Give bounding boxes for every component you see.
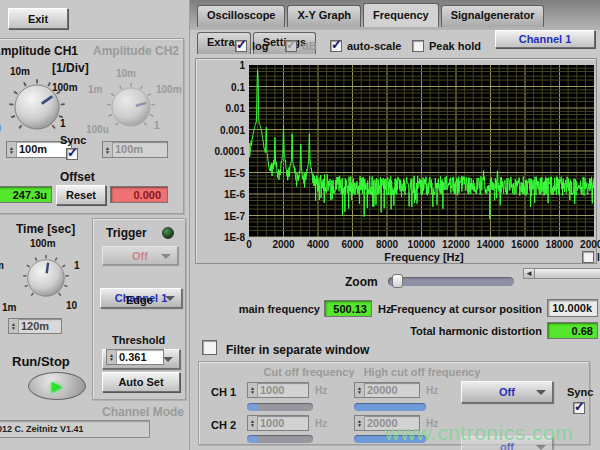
ch2-low-cutoff-slider[interactable]	[247, 435, 313, 443]
amplitude-ch2-value-spinner[interactable]: ▲▼ 100m	[102, 141, 168, 158]
frequency-graph: 10.10.010.0010.00011E-51E-61E-71E-8 0200…	[195, 58, 597, 264]
y-tick-label: 1	[196, 60, 245, 71]
spinner-arrows-icon: ▲▼	[355, 383, 365, 397]
threshold-spinner[interactable]: ▲▼ 0.361	[106, 349, 164, 365]
amplitude-ch1-title: Amplitude CH1	[0, 44, 78, 58]
filter-window-checkbox[interactable]	[202, 340, 217, 355]
db-checkbox[interactable]: ✓	[285, 40, 297, 52]
offset-ch2-display: 0.000	[110, 186, 168, 203]
spinner-arrows-icon: ▲▼	[248, 383, 258, 397]
run-indicator-icon: ▶	[52, 378, 63, 394]
time-knob[interactable]	[22, 254, 70, 302]
zoom-label: Zoom	[345, 275, 378, 289]
x-axis-title: Frequency [Hz]	[364, 251, 484, 263]
y-tick-label: 0.0001	[196, 146, 245, 157]
amplitude-ch2-knob[interactable]	[106, 82, 156, 132]
dropdown-arrow-icon	[536, 445, 546, 450]
x-tick-label: 20000	[570, 239, 600, 250]
y-tick-label: 1E-7	[196, 211, 245, 222]
threshold-label: Threshold	[112, 334, 165, 346]
y-tick-label: 0.001	[196, 125, 245, 136]
cursor-frequency-label: Frequency at cursor position	[390, 303, 542, 315]
auto-set-button[interactable]: Auto Set	[102, 372, 180, 392]
amplitude-ch2-title: Amplitude CH2	[93, 44, 179, 58]
y-tick-label: 0.01	[196, 103, 245, 114]
ch1-scale-100u: 100u	[0, 122, 1, 133]
ch1-scale-10m: 10m	[10, 66, 30, 77]
time-scale-10: 10	[66, 300, 77, 311]
spinner-arrows-icon: ▲▼	[248, 416, 258, 430]
y-tick-label: 0.1	[196, 82, 245, 93]
time-scale-1: 1	[74, 260, 80, 271]
ch2-low-cutoff-spinner[interactable]: ▲▼ 1000	[247, 415, 309, 431]
edge-label: Edge	[126, 294, 153, 306]
version-box: 012 C. Zeitnitz V1.41	[0, 420, 150, 438]
tab-frequency[interactable]: Frequency	[363, 3, 439, 27]
filter-window-label: Filter in separate window	[226, 343, 369, 357]
ch2-scale-1m: 1m	[88, 84, 102, 95]
filter-ch1-label: CH 1	[211, 386, 236, 398]
trigger-led	[162, 227, 174, 239]
spinner-arrows-icon[interactable]: ▲▼	[7, 142, 17, 157]
dropdown-arrow-icon	[536, 390, 546, 395]
autoscale-label: auto-scale	[347, 40, 401, 52]
time-scale-10m: 10m	[0, 260, 4, 271]
run-stop-button[interactable]: ▶	[28, 372, 86, 400]
thd-display: 0.68	[547, 322, 598, 339]
hz-unit: Hz	[315, 385, 327, 396]
tab-x-y-graph[interactable]: X-Y Graph	[287, 5, 361, 27]
y-tick-label: 1E-5	[196, 168, 245, 179]
ch1-scale-1: 1	[60, 118, 66, 129]
ch1-low-cutoff-slider[interactable]	[247, 403, 313, 411]
hz-unit: Hz	[426, 385, 438, 396]
exit-button[interactable]: Exit	[8, 8, 68, 29]
peakhold-checkbox[interactable]	[412, 40, 424, 52]
sync-checkbox[interactable]: ✓	[66, 148, 78, 160]
hz-unit: Hz	[315, 418, 327, 429]
dropdown-arrow-icon	[163, 357, 173, 362]
ch1-high-cutoff-spinner[interactable]: ▲▼ 20000	[354, 382, 420, 398]
spinner-arrows-icon: ▲▼	[103, 142, 113, 157]
cursor-frequency-display: 10.000k	[547, 299, 598, 317]
log-checkbox[interactable]: ✓	[235, 40, 247, 52]
ch1-low-cutoff-spinner[interactable]: ▲▼ 1000	[247, 382, 309, 398]
time-scale-1m: 1m	[2, 302, 16, 313]
ch1-filter-mode-dropdown[interactable]: Off	[461, 381, 553, 403]
run-stop-label: Run/Stop	[12, 354, 70, 369]
time-scale-100m: 100m	[30, 238, 56, 249]
tab-oscilloscope[interactable]: Oscilloscope	[197, 5, 285, 27]
low-cutoff-header: Cut off frequency	[249, 366, 369, 378]
ch2-scale-100m: 100m	[156, 84, 182, 95]
high-cutoff-header: High cut off frequency	[357, 366, 487, 378]
trigger-title: Trigger	[106, 226, 147, 240]
filter-sync-checkbox[interactable]: ✓	[573, 402, 585, 414]
amplitude-div-label: [1/Div]	[52, 61, 89, 75]
autoscale-checkbox[interactable]: ✓	[330, 40, 342, 52]
time-value-spinner[interactable]: ▲▼ 120m	[8, 318, 62, 334]
main-frequency-display: 500.13	[324, 300, 372, 317]
ch1-high-cutoff-slider[interactable]	[354, 403, 426, 411]
scrollbar-thumb[interactable]	[535, 269, 600, 278]
spinner-arrows-icon[interactable]: ▲▼	[107, 350, 117, 364]
main-frequency-label: main frequency	[208, 303, 320, 315]
watermark-text: www.cntronics.com	[385, 421, 573, 445]
ch2-scale-1: 1	[154, 120, 160, 131]
dropdown-arrow-icon	[165, 296, 175, 301]
spinner-arrows-icon[interactable]: ▲▼	[9, 319, 19, 333]
reset-button[interactable]: Reset	[56, 185, 106, 205]
zoom-slider-thumb[interactable]	[392, 274, 403, 288]
channel-mode-label: Channel Mode	[102, 405, 184, 419]
scroll-left-icon[interactable]: ◄	[524, 269, 535, 278]
xlog-checkbox[interactable]	[582, 251, 594, 263]
zoom-slider[interactable]	[388, 277, 514, 286]
main-panel: OscilloscopeX-Y GraphFrequencySignalgene…	[190, 0, 600, 450]
time-title: Time [sec]	[16, 222, 75, 236]
ch2-scale-10m: 10m	[116, 68, 136, 79]
graph-h-scrollbar[interactable]: ◄	[523, 268, 600, 279]
spinner-arrows-icon: ▲▼	[355, 416, 365, 430]
tab-signalgenerator[interactable]: Signalgenerator	[441, 5, 545, 27]
ch2-scale-100u: 100u	[86, 124, 109, 135]
spectrum-plot[interactable]	[249, 65, 594, 237]
channel-select-button[interactable]: Channel 1	[495, 30, 595, 48]
trigger-mode-dropdown[interactable]: Off	[102, 246, 178, 265]
